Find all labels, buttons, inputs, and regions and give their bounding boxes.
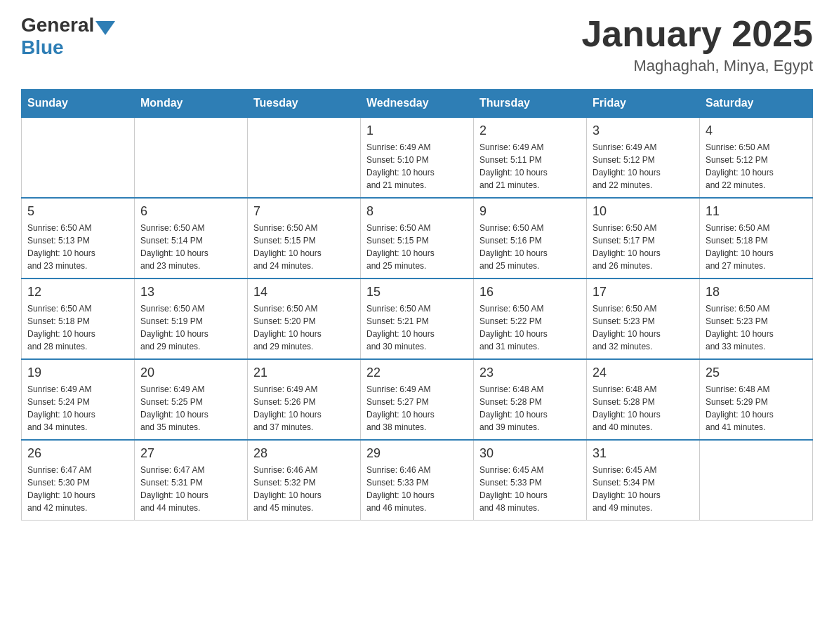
day-info: Sunrise: 6:50 AM Sunset: 5:17 PM Dayligh… xyxy=(593,222,694,272)
weekday-header-monday: Monday xyxy=(135,90,248,118)
day-number: 20 xyxy=(140,365,241,380)
calendar-cell: 15Sunrise: 6:50 AM Sunset: 5:21 PM Dayli… xyxy=(361,279,474,359)
day-number: 25 xyxy=(706,365,807,380)
month-year-title: January 2025 xyxy=(581,14,813,54)
calendar-cell: 8Sunrise: 6:50 AM Sunset: 5:15 PM Daylig… xyxy=(361,198,474,279)
calendar-cell: 3Sunrise: 6:49 AM Sunset: 5:12 PM Daylig… xyxy=(587,117,700,198)
day-number: 31 xyxy=(593,446,694,461)
day-number: 27 xyxy=(140,446,241,461)
weekday-header-thursday: Thursday xyxy=(474,90,587,118)
calendar-week-row: 26Sunrise: 6:47 AM Sunset: 5:30 PM Dayli… xyxy=(22,440,813,521)
weekday-header-friday: Friday xyxy=(587,90,700,118)
day-number: 8 xyxy=(366,204,468,219)
calendar-cell: 2Sunrise: 6:49 AM Sunset: 5:11 PM Daylig… xyxy=(474,117,587,198)
day-number: 18 xyxy=(706,285,807,300)
day-number: 23 xyxy=(479,365,581,380)
calendar-cell: 9Sunrise: 6:50 AM Sunset: 5:16 PM Daylig… xyxy=(474,198,587,279)
day-info: Sunrise: 6:47 AM Sunset: 5:31 PM Dayligh… xyxy=(140,464,241,514)
day-info: Sunrise: 6:49 AM Sunset: 5:26 PM Dayligh… xyxy=(253,383,355,434)
day-info: Sunrise: 6:50 AM Sunset: 5:19 PM Dayligh… xyxy=(140,302,241,353)
day-info: Sunrise: 6:49 AM Sunset: 5:10 PM Dayligh… xyxy=(366,141,468,192)
calendar-week-row: 12Sunrise: 6:50 AM Sunset: 5:18 PM Dayli… xyxy=(22,279,813,359)
logo: General Blue xyxy=(21,14,115,59)
day-info: Sunrise: 6:48 AM Sunset: 5:28 PM Dayligh… xyxy=(593,383,694,434)
day-number: 5 xyxy=(27,204,128,219)
day-info: Sunrise: 6:50 AM Sunset: 5:16 PM Dayligh… xyxy=(479,222,581,272)
day-info: Sunrise: 6:50 AM Sunset: 5:21 PM Dayligh… xyxy=(366,302,468,353)
day-number: 4 xyxy=(706,123,807,138)
day-number: 29 xyxy=(366,446,468,461)
day-number: 26 xyxy=(27,446,128,461)
weekday-header-tuesday: Tuesday xyxy=(248,90,361,118)
day-info: Sunrise: 6:48 AM Sunset: 5:29 PM Dayligh… xyxy=(706,383,807,434)
calendar-week-row: 1Sunrise: 6:49 AM Sunset: 5:10 PM Daylig… xyxy=(22,117,813,198)
weekday-header-wednesday: Wednesday xyxy=(361,90,474,118)
calendar-body: 1Sunrise: 6:49 AM Sunset: 5:10 PM Daylig… xyxy=(22,117,813,521)
page-header: General Blue January 2025 Maghaghah, Min… xyxy=(21,14,813,75)
calendar-week-row: 19Sunrise: 6:49 AM Sunset: 5:24 PM Dayli… xyxy=(22,359,813,440)
day-number: 22 xyxy=(366,365,468,380)
day-info: Sunrise: 6:50 AM Sunset: 5:15 PM Dayligh… xyxy=(253,222,355,272)
day-number: 6 xyxy=(140,204,241,219)
day-number: 1 xyxy=(366,123,468,138)
calendar-header: SundayMondayTuesdayWednesdayThursdayFrid… xyxy=(22,90,813,118)
day-number: 14 xyxy=(253,285,355,300)
calendar-cell: 16Sunrise: 6:50 AM Sunset: 5:22 PM Dayli… xyxy=(474,279,587,359)
day-info: Sunrise: 6:49 AM Sunset: 5:25 PM Dayligh… xyxy=(140,383,241,434)
day-info: Sunrise: 6:46 AM Sunset: 5:33 PM Dayligh… xyxy=(366,464,468,514)
logo-blue-text: Blue xyxy=(21,36,64,59)
calendar-week-row: 5Sunrise: 6:50 AM Sunset: 5:13 PM Daylig… xyxy=(22,198,813,279)
calendar-cell: 7Sunrise: 6:50 AM Sunset: 5:15 PM Daylig… xyxy=(248,198,361,279)
calendar-cell xyxy=(248,117,361,198)
calendar-cell: 27Sunrise: 6:47 AM Sunset: 5:31 PM Dayli… xyxy=(135,440,248,521)
calendar-cell xyxy=(700,440,813,521)
location-subtitle: Maghaghah, Minya, Egypt xyxy=(581,57,813,75)
calendar-cell: 4Sunrise: 6:50 AM Sunset: 5:12 PM Daylig… xyxy=(700,117,813,198)
day-info: Sunrise: 6:46 AM Sunset: 5:32 PM Dayligh… xyxy=(253,464,355,514)
calendar-cell: 23Sunrise: 6:48 AM Sunset: 5:28 PM Dayli… xyxy=(474,359,587,440)
day-info: Sunrise: 6:45 AM Sunset: 5:34 PM Dayligh… xyxy=(593,464,694,514)
calendar-cell: 31Sunrise: 6:45 AM Sunset: 5:34 PM Dayli… xyxy=(587,440,700,521)
day-info: Sunrise: 6:50 AM Sunset: 5:14 PM Dayligh… xyxy=(140,222,241,272)
weekday-header-saturday: Saturday xyxy=(700,90,813,118)
calendar-cell: 11Sunrise: 6:50 AM Sunset: 5:18 PM Dayli… xyxy=(700,198,813,279)
calendar-table: SundayMondayTuesdayWednesdayThursdayFrid… xyxy=(21,89,813,521)
calendar-cell: 28Sunrise: 6:46 AM Sunset: 5:32 PM Dayli… xyxy=(248,440,361,521)
day-number: 2 xyxy=(479,123,581,138)
day-number: 16 xyxy=(479,285,581,300)
logo-triangle-icon xyxy=(95,21,115,35)
calendar-cell: 19Sunrise: 6:49 AM Sunset: 5:24 PM Dayli… xyxy=(22,359,135,440)
calendar-cell: 13Sunrise: 6:50 AM Sunset: 5:19 PM Dayli… xyxy=(135,279,248,359)
day-number: 11 xyxy=(706,204,807,219)
calendar-cell: 12Sunrise: 6:50 AM Sunset: 5:18 PM Dayli… xyxy=(22,279,135,359)
day-info: Sunrise: 6:50 AM Sunset: 5:15 PM Dayligh… xyxy=(366,222,468,272)
day-info: Sunrise: 6:50 AM Sunset: 5:22 PM Dayligh… xyxy=(479,302,581,353)
calendar-cell xyxy=(22,117,135,198)
calendar-cell: 18Sunrise: 6:50 AM Sunset: 5:23 PM Dayli… xyxy=(700,279,813,359)
day-number: 9 xyxy=(479,204,581,219)
day-number: 28 xyxy=(253,446,355,461)
calendar-cell: 14Sunrise: 6:50 AM Sunset: 5:20 PM Dayli… xyxy=(248,279,361,359)
calendar-cell: 30Sunrise: 6:45 AM Sunset: 5:33 PM Dayli… xyxy=(474,440,587,521)
calendar-cell: 24Sunrise: 6:48 AM Sunset: 5:28 PM Dayli… xyxy=(587,359,700,440)
day-info: Sunrise: 6:50 AM Sunset: 5:23 PM Dayligh… xyxy=(706,302,807,353)
logo-general-text: General xyxy=(21,14,94,36)
day-number: 13 xyxy=(140,285,241,300)
day-number: 7 xyxy=(253,204,355,219)
day-info: Sunrise: 6:49 AM Sunset: 5:11 PM Dayligh… xyxy=(479,141,581,192)
day-info: Sunrise: 6:48 AM Sunset: 5:28 PM Dayligh… xyxy=(479,383,581,434)
day-number: 19 xyxy=(27,365,128,380)
day-info: Sunrise: 6:50 AM Sunset: 5:18 PM Dayligh… xyxy=(706,222,807,272)
calendar-cell: 21Sunrise: 6:49 AM Sunset: 5:26 PM Dayli… xyxy=(248,359,361,440)
calendar-cell: 22Sunrise: 6:49 AM Sunset: 5:27 PM Dayli… xyxy=(361,359,474,440)
weekday-header-row: SundayMondayTuesdayWednesdayThursdayFrid… xyxy=(22,90,813,118)
day-info: Sunrise: 6:50 AM Sunset: 5:20 PM Dayligh… xyxy=(253,302,355,353)
weekday-header-sunday: Sunday xyxy=(22,90,135,118)
day-number: 24 xyxy=(593,365,694,380)
day-info: Sunrise: 6:45 AM Sunset: 5:33 PM Dayligh… xyxy=(479,464,581,514)
day-info: Sunrise: 6:49 AM Sunset: 5:12 PM Dayligh… xyxy=(593,141,694,192)
day-info: Sunrise: 6:50 AM Sunset: 5:18 PM Dayligh… xyxy=(27,302,128,353)
calendar-cell: 20Sunrise: 6:49 AM Sunset: 5:25 PM Dayli… xyxy=(135,359,248,440)
day-number: 15 xyxy=(366,285,468,300)
calendar-cell: 1Sunrise: 6:49 AM Sunset: 5:10 PM Daylig… xyxy=(361,117,474,198)
